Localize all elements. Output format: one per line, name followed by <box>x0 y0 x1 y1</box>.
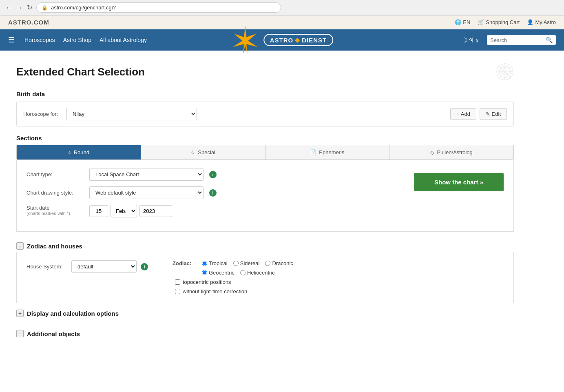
position-heliocentric-radio[interactable]: Heliocentric <box>240 270 275 276</box>
tab-pullen[interactable]: ◇ Pullen/Astrolog <box>389 145 513 159</box>
page-title: Extended Chart Selection <box>16 66 145 78</box>
tab-round[interactable]: ○ Round <box>17 145 141 159</box>
star-decoration <box>231 26 259 54</box>
zodiac-sidereal-radio[interactable]: Sidereal <box>233 260 260 266</box>
zodiac-section-title: Zodiac and houses <box>27 243 82 250</box>
nav-astro-shop[interactable]: Astro Shop <box>63 37 91 43</box>
house-system-select[interactable]: default <box>71 260 137 273</box>
round-tab-icon: ○ <box>68 149 71 155</box>
birth-data-section: Birth data Horoscope for: Nilay + Add ✎ … <box>16 91 514 126</box>
topocentric-checkbox[interactable]: topocentric positions <box>175 279 293 285</box>
svg-marker-0 <box>233 27 257 53</box>
start-date-day[interactable] <box>89 205 108 217</box>
shopping-cart-link[interactable]: 🛒 Shopping Cart <box>478 19 520 25</box>
logo-text: ASTRO <box>270 37 294 44</box>
zodiac-section: − Zodiac and houses House System: defaul… <box>16 240 514 303</box>
logo-box: ASTRO ◆ DIENST <box>263 34 334 46</box>
special-tab-label: Special <box>198 149 215 155</box>
horoscope-label: Horoscope for: <box>23 111 60 117</box>
cart-icon: 🛒 <box>478 19 484 25</box>
back-button[interactable]: ← <box>6 4 12 11</box>
language-label: EN <box>463 19 470 25</box>
additional-objects-header[interactable]: − Additional objects <box>16 328 514 340</box>
logo-diamond: ◆ <box>295 36 300 44</box>
nav-horoscopes[interactable]: Horoscopes <box>24 37 55 43</box>
chart-drawing-info-icon[interactable]: i <box>209 189 217 197</box>
birth-data-label: Birth data <box>16 91 514 97</box>
lock-icon: 🔒 <box>42 5 48 11</box>
forward-button[interactable]: → <box>16 4 23 11</box>
search-icon[interactable]: 🔍 <box>546 37 553 43</box>
house-system-label: House System: <box>27 264 67 270</box>
position-geocentric-radio[interactable]: Geocentric <box>202 270 234 276</box>
astro-symbols: ☽♃♀ <box>462 36 480 44</box>
start-date-year[interactable] <box>139 205 172 217</box>
my-astro-link[interactable]: 👤 My Astro <box>527 19 556 25</box>
display-calc-header[interactable]: + Display and calculation options <box>16 307 514 319</box>
zodiac-collapse-header[interactable]: − Zodiac and houses <box>16 240 514 252</box>
sections-container: Sections ○ Round ☆ Special 📄 Ephemeris ◇… <box>16 135 514 232</box>
edit-button[interactable]: ✎ Edit <box>480 108 507 120</box>
user-icon: 👤 <box>527 19 533 25</box>
mandala-icon <box>496 63 514 81</box>
hamburger-icon[interactable]: ☰ <box>8 35 15 44</box>
display-calc-collapse-icon[interactable]: + <box>16 310 24 317</box>
start-date-month[interactable]: Jan. Feb. Mar. Apr. May Jun. Jul. Aug. S… <box>111 205 137 217</box>
start-date-sub: (charts marked with *) <box>27 211 84 216</box>
chart-type-info-icon[interactable]: i <box>209 171 217 178</box>
zodiac-label: Zodiac: <box>173 260 197 266</box>
cart-label: Shopping Cart <box>486 19 520 25</box>
globe-icon: 🌐 <box>455 19 461 25</box>
show-chart-button[interactable]: Show the chart » <box>414 173 504 191</box>
ephemeris-tab-icon: 📄 <box>310 149 316 155</box>
lighttime-checkbox[interactable]: without light-time correction <box>175 288 293 295</box>
pullen-tab-icon: ◇ <box>430 149 434 155</box>
ephemeris-tab-label: Ephemeris <box>319 149 344 155</box>
house-system-info-icon[interactable]: i <box>141 263 148 270</box>
additional-objects-section: − Additional objects <box>16 328 514 340</box>
round-tab-label: Round <box>74 149 89 155</box>
display-calc-section: + Display and calculation options <box>16 307 514 319</box>
additional-objects-collapse-icon[interactable]: − <box>16 330 24 337</box>
pullen-tab-label: Pullen/Astrolog <box>437 149 472 155</box>
add-button[interactable]: + Add <box>450 108 476 120</box>
sections-label: Sections <box>16 135 514 142</box>
tab-special[interactable]: ☆ Special <box>141 145 265 159</box>
zodiac-tropical-radio[interactable]: Tropical <box>202 260 228 266</box>
search-input[interactable] <box>490 37 543 43</box>
chart-drawing-select[interactable]: Web default style <box>89 186 203 199</box>
zodiac-draconic-radio[interactable]: Draconic <box>265 260 293 266</box>
special-tab-icon: ☆ <box>190 149 195 155</box>
chart-drawing-label: Chart drawing style: <box>27 190 84 196</box>
display-calc-title: Display and calculation options <box>27 310 119 317</box>
chart-type-label: Chart type: <box>27 171 84 177</box>
language-selector[interactable]: 🌐 EN <box>455 19 470 25</box>
horoscope-select[interactable]: Nilay <box>66 108 197 120</box>
start-date-label: Start date <box>27 205 49 211</box>
nav-all-about-astrology[interactable]: All about Astrology <box>100 37 147 43</box>
additional-objects-title: Additional objects <box>27 330 80 337</box>
site-name: ASTRO.COM <box>8 19 49 26</box>
my-astro-label: My Astro <box>535 19 556 25</box>
logo-dienst: DIENST <box>302 37 327 44</box>
tab-ephemeris[interactable]: 📄 Ephemeris <box>265 145 390 159</box>
reload-button[interactable]: ↻ <box>27 4 32 11</box>
url-bar[interactable]: astro.com/cgi/genchart.cgi? <box>51 4 116 11</box>
zodiac-collapse-icon[interactable]: − <box>16 242 24 250</box>
chart-type-select[interactable]: Local Space Chart <box>89 168 203 181</box>
